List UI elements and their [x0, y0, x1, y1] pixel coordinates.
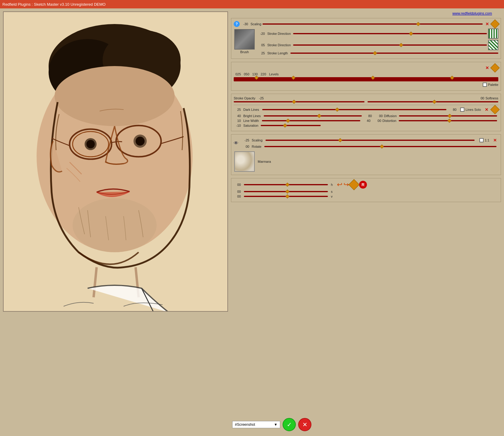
levels-diamond-btn[interactable]	[490, 63, 500, 72]
level-val-2: 050	[242, 72, 249, 76]
s-slider[interactable]	[244, 191, 328, 192]
lines-solo-diamond-btn[interactable]	[490, 105, 500, 114]
marmara-scaling-value: -25	[242, 138, 249, 142]
stroke-opacity-slider[interactable]	[234, 101, 364, 102]
h-slider[interactable]	[244, 184, 328, 185]
opacity-section: Stroke Opacity -25 00 Softness	[231, 94, 501, 131]
distortion-slider[interactable]	[399, 120, 497, 121]
stroke-dir1-label: Stroke Direction	[267, 32, 291, 35]
portrait-svg	[4, 12, 228, 312]
dark-lines-val1: 25	[234, 108, 241, 111]
s-label: s	[331, 190, 333, 193]
eye-icon[interactable]: 👁	[234, 141, 238, 146]
lines-solo-reset-btn[interactable]: ✕	[483, 106, 490, 113]
stroke-dir2-label: Stroke Direction	[267, 43, 291, 47]
distortion-label: Distortion	[382, 119, 396, 123]
scaling-label: Scaling	[250, 22, 261, 26]
dark-lines-label: Dark Lines	[243, 108, 259, 111]
brush-section: ? -30 Scaling ✕ Brush	[231, 18, 501, 59]
levels-reset-btn[interactable]: ✕	[484, 65, 490, 71]
screenshot-dropdown[interactable]: #Screenshot ▼	[232, 421, 280, 428]
cancel-button[interactable]: ✕	[298, 418, 311, 431]
screenshot-label: #Screenshot	[235, 422, 255, 427]
redo-btn[interactable]: ↪	[344, 181, 349, 189]
dark-lines-slider[interactable]	[262, 109, 446, 110]
v-slider[interactable]	[244, 196, 328, 197]
ratio-checkbox[interactable]	[479, 138, 484, 142]
ratio-label: 1:1	[485, 138, 489, 142]
ok-button[interactable]: ✓	[283, 418, 296, 431]
marmara-rotate-label: Rotate	[252, 145, 261, 148]
dark-lines-val2: 80	[449, 108, 457, 111]
undo-btn[interactable]: ↩	[337, 181, 342, 189]
level-val-4: 220	[259, 72, 266, 76]
stroke-len-value: 25	[258, 51, 265, 55]
marmara-rotate-slider[interactable]	[264, 146, 496, 147]
brush-preview[interactable]	[234, 29, 255, 50]
distortion-value: 00	[374, 119, 381, 123]
brush-label: Brush	[240, 50, 249, 54]
scaling-reset-btn[interactable]: ✕	[484, 21, 490, 27]
scaling-diamond-btn[interactable]	[490, 19, 500, 29]
v-label: v	[331, 195, 333, 198]
marmara-section: 👁 -25 Scaling 1:1 ✕ 00 Rotate	[231, 134, 501, 175]
marmara-rotate-value: 00	[242, 145, 249, 148]
diffusion-label: Diffusion	[384, 114, 397, 118]
line-width-label: Line Width	[243, 119, 259, 123]
stroke-dir1-value: -20	[258, 32, 265, 35]
right-panel: www.redfieldplugins.com ? -30 Scaling ✕	[231, 11, 501, 433]
h-value: 00	[234, 183, 241, 186]
marmara-label: Marmara	[258, 160, 271, 163]
pattern-diagonal-btn[interactable]	[488, 40, 498, 50]
s-value: 00	[234, 190, 241, 193]
reset-all-btn[interactable]: R	[359, 181, 367, 189]
stroke-dir1-slider[interactable]	[293, 33, 487, 34]
softness-slider[interactable]	[368, 101, 498, 102]
line-width-slider[interactable]	[262, 120, 360, 121]
softness-value: 00	[477, 96, 484, 100]
sketch-image	[4, 12, 227, 311]
bright-lines-val1: 40	[234, 114, 241, 118]
svg-point-10	[86, 140, 95, 148]
stroke-dir2-value: 05	[258, 43, 265, 47]
scaling-value: -30	[241, 22, 248, 26]
title-bar: Redfield Plugins : Sketch Master v3.10 U…	[0, 0, 504, 8]
level-val-1: 025	[234, 72, 241, 76]
help-icon[interactable]: ?	[234, 21, 240, 27]
line-width-val1: 10	[234, 119, 241, 123]
dropdown-arrow-icon: ▼	[274, 422, 278, 427]
scaling-slider[interactable]	[262, 23, 483, 25]
lines-solo-label: Lines Solo	[466, 108, 481, 111]
bright-lines-slider[interactable]	[264, 115, 362, 117]
stroke-dir2-slider[interactable]	[293, 44, 487, 46]
stroke-len-slider[interactable]	[290, 53, 499, 54]
marmara-preview[interactable]	[234, 151, 255, 172]
saturation-slider[interactable]	[261, 125, 321, 126]
level-val-3: 130	[250, 72, 258, 76]
svg-point-12	[136, 137, 145, 146]
canvas-area	[3, 11, 228, 312]
marmara-scaling-slider[interactable]	[266, 140, 475, 141]
ok-icon: ✓	[287, 421, 292, 428]
h-label: h	[331, 183, 333, 186]
softness-label: Softness	[485, 96, 498, 100]
saturation-label: Saturation	[243, 124, 258, 127]
hsv-diamond-btn[interactable]	[349, 179, 360, 190]
diffusion-slider[interactable]	[399, 115, 497, 117]
levels-label: Levels	[269, 72, 279, 76]
scaling-slider-container	[262, 23, 483, 25]
bright-lines-val2: 80	[365, 114, 372, 118]
lines-solo-checkbox[interactable]	[460, 107, 464, 112]
svg-point-5	[55, 66, 175, 126]
saturation-value: -10	[234, 124, 241, 127]
bright-lines-label: Bright Lines	[243, 114, 261, 118]
palette-checkbox[interactable]	[483, 83, 487, 87]
palette-label: Palette	[488, 83, 498, 86]
svg-point-13	[73, 198, 157, 252]
diffusion-value: 00	[376, 114, 383, 118]
hsv-section: 00 h ↩ ↪ R 00	[231, 178, 501, 202]
pattern-lines-btn[interactable]	[488, 29, 498, 39]
bottom-bar: #Screenshot ▼ ✓ ✕	[231, 416, 501, 433]
marmara-reset-btn[interactable]: ✕	[492, 137, 498, 144]
website-link[interactable]: www.redfieldplugins.com	[452, 11, 495, 16]
